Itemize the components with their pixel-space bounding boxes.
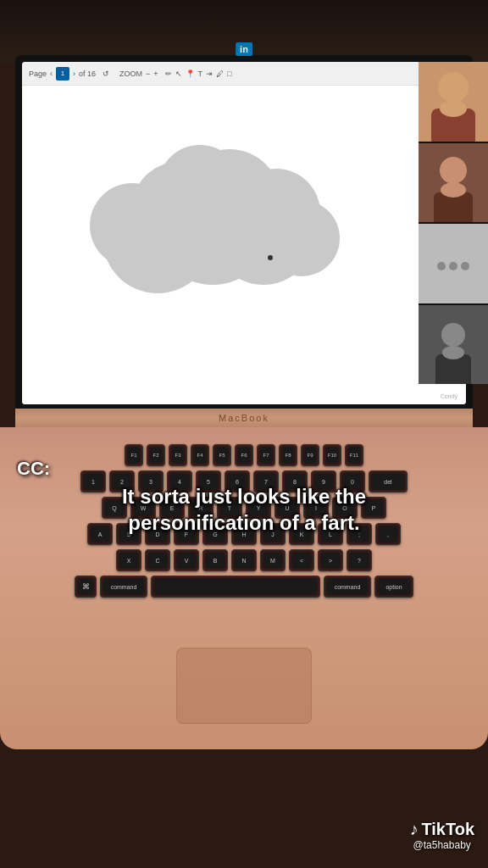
cursor-icon[interactable]: ↖: [175, 70, 182, 78]
zoom-label: ZOOM: [119, 70, 142, 78]
svg-rect-12: [440, 100, 467, 117]
refresh-icon[interactable]: ↺: [103, 70, 109, 78]
drawing-area: Comfy: [22, 86, 466, 404]
tiktok-brand: ♪ TikTok @ta5hababy: [409, 820, 474, 851]
subtitle-line2: personification of a fart.: [128, 511, 359, 534]
scene: in Page ‹ 1 › of 16 ↺ ZOOM − + ✏ ↖ 📍 T ⇥…: [0, 0, 488, 868]
total-pages: of 16: [79, 70, 96, 78]
person3-avatar: [419, 224, 488, 303]
svg-point-18: [437, 262, 446, 270]
nav-back[interactable]: ‹: [50, 70, 53, 78]
key-n[interactable]: N: [231, 549, 257, 571]
key-cmd-symbol[interactable]: ⌘: [75, 576, 97, 598]
video-tile-1: [419, 62, 488, 142]
laptop-screen-wrapper: Page ‹ 1 › of 16 ↺ ZOOM − + ✏ ↖ 📍 T ⇥ 🖊 …: [15, 55, 473, 411]
svg-point-22: [441, 323, 465, 347]
nav-forward[interactable]: ›: [73, 70, 75, 78]
svg-point-20: [461, 262, 469, 270]
tiktok-logo: ♪ TikTok: [409, 820, 474, 839]
subtitle-text: It sorta just looks like the personifica…: [17, 483, 471, 536]
svg-rect-24: [442, 346, 464, 359]
pencil-icon[interactable]: ✏: [165, 70, 172, 78]
zoom-in[interactable]: +: [153, 70, 158, 78]
video-tile-3: [419, 224, 488, 303]
subtitle-line1: It sorta just looks like the: [122, 485, 366, 508]
svg-point-19: [449, 262, 458, 270]
macbook-hinge: MacBook: [15, 409, 473, 427]
key-command-left[interactable]: command: [100, 576, 147, 598]
svg-point-8: [263, 200, 340, 276]
key-b[interactable]: B: [202, 549, 228, 571]
video-tile-2: [419, 143, 488, 223]
key-option[interactable]: option: [374, 576, 413, 598]
svg-rect-16: [441, 182, 466, 198]
key-v[interactable]: V: [174, 549, 199, 571]
tiktok-name: TikTok: [421, 820, 474, 839]
corner-watermark: Comfy: [441, 393, 458, 399]
undo-icon[interactable]: ⇥: [206, 70, 213, 78]
zxcv-row: X C V B N M < > ?: [17, 549, 471, 571]
svg-point-10: [438, 72, 469, 103]
subtitle-area: CC: It sorta just looks like the personi…: [0, 458, 488, 536]
key-x[interactable]: X: [116, 549, 141, 571]
cursor-dot: [268, 255, 273, 260]
key-comma[interactable]: <: [289, 549, 314, 571]
text-icon[interactable]: T: [198, 70, 203, 78]
cc-label: CC:: [17, 458, 471, 480]
person2-avatar: [419, 143, 488, 223]
key-slash[interactable]: ?: [347, 549, 372, 571]
tiktok-music-icon: ♪: [409, 820, 418, 839]
cloud-shape: [47, 103, 369, 340]
key-command-right[interactable]: command: [324, 576, 371, 598]
linkedin-badge: in: [236, 42, 252, 56]
tiktok-handle: @ta5hababy: [413, 839, 471, 851]
touchpad[interactable]: [176, 648, 312, 724]
key-c[interactable]: C: [145, 549, 170, 571]
pin-icon[interactable]: 📍: [186, 70, 195, 78]
person4-avatar: [419, 305, 488, 385]
macbook-label: MacBook: [219, 413, 269, 423]
draw-icon[interactable]: 🖊: [216, 70, 224, 78]
svg-point-14: [440, 157, 467, 184]
rect-icon[interactable]: □: [227, 70, 231, 78]
video-sidebar: [419, 62, 488, 384]
video-tile-4: [419, 305, 488, 385]
bottom-row: ⌘ command command option: [17, 576, 471, 598]
person1-avatar: [419, 62, 488, 142]
key-m[interactable]: M: [260, 549, 286, 571]
screen-toolbar: Page ‹ 1 › of 16 ↺ ZOOM − + ✏ ↖ 📍 T ⇥ 🖊 …: [22, 62, 466, 86]
laptop-screen: Page ‹ 1 › of 16 ↺ ZOOM − + ✏ ↖ 📍 T ⇥ 🖊 …: [22, 62, 466, 404]
key-period[interactable]: >: [318, 549, 343, 571]
page-label: Page: [29, 70, 47, 78]
page-num[interactable]: 1: [56, 67, 69, 81]
svg-point-7: [90, 183, 175, 268]
key-space[interactable]: [151, 576, 320, 598]
zoom-out[interactable]: −: [146, 70, 150, 78]
